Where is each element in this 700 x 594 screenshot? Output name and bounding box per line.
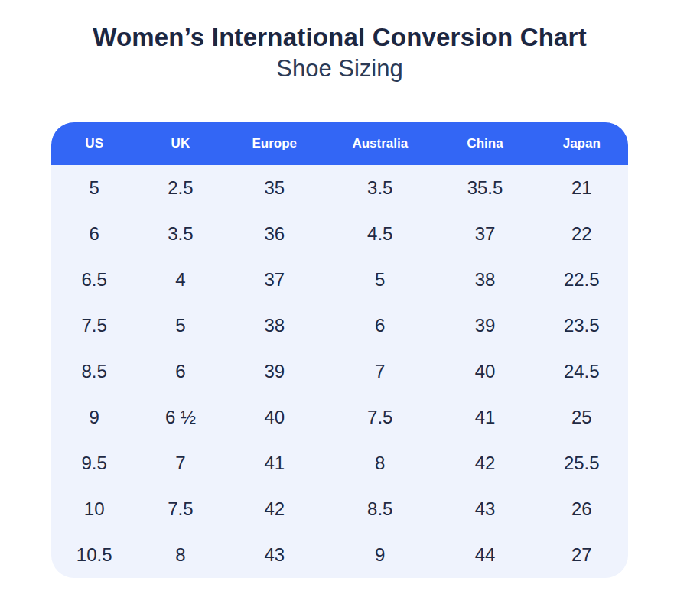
page-title: Women’s International Conversion Chart <box>51 21 628 54</box>
table-cell: 42 <box>435 453 535 474</box>
table-cell: 3.5 <box>137 223 223 245</box>
table-cell: 40 <box>435 361 535 382</box>
table-cell: 10.5 <box>51 544 137 566</box>
header-cell-us: US <box>51 136 137 151</box>
table-cell: 8.5 <box>325 498 435 520</box>
table-body: 52.5353.535.52163.5364.537226.543753822.… <box>51 165 628 578</box>
table-cell: 41 <box>435 407 535 428</box>
table-cell: 37 <box>223 269 325 291</box>
page-subtitle: Shoe Sizing <box>51 54 628 84</box>
table-cell: 6.5 <box>51 269 137 291</box>
table-cell: 6 <box>51 223 137 245</box>
table-row: 8.563974024.5 <box>51 349 628 394</box>
table-cell: 4.5 <box>325 223 435 245</box>
header-cell-europe: Europe <box>223 136 325 151</box>
table-cell: 7.5 <box>325 407 435 428</box>
table-row: 63.5364.53722 <box>51 211 628 257</box>
header-cell-china: China <box>435 136 535 151</box>
table-cell: 7.5 <box>137 498 223 520</box>
table-row: 52.5353.535.521 <box>51 165 628 211</box>
table-cell: 24.5 <box>536 361 628 382</box>
table-cell: 5 <box>325 269 435 291</box>
table-cell: 35.5 <box>435 177 535 199</box>
header-cell-australia: Australia <box>325 136 435 151</box>
table-cell: 22.5 <box>536 269 628 291</box>
table-cell: 27 <box>536 544 628 566</box>
table-header-row: US UK Europe Australia China Japan <box>51 122 628 165</box>
title-block: Women’s International Conversion Chart S… <box>51 21 628 84</box>
table-cell: 42 <box>223 498 325 520</box>
table-cell: 4 <box>137 269 223 291</box>
table-cell: 6 <box>137 361 223 382</box>
table-row: 96 ½407.54125 <box>51 394 628 440</box>
table-row: 9.574184225.5 <box>51 440 628 486</box>
table-cell: 7 <box>137 453 223 474</box>
table-cell: 23.5 <box>536 315 628 336</box>
table-cell: 5 <box>137 315 223 336</box>
table-cell: 39 <box>223 361 325 382</box>
table-cell: 9 <box>325 544 435 566</box>
table-row: 7.553863923.5 <box>51 303 628 349</box>
table-cell: 2.5 <box>137 177 223 199</box>
table-row: 6.543753822.5 <box>51 257 628 303</box>
table-cell: 38 <box>435 269 535 291</box>
page: Women’s International Conversion Chart S… <box>0 0 700 594</box>
table-cell: 6 <box>325 315 435 336</box>
table-cell: 7.5 <box>51 315 137 336</box>
table-row: 107.5428.54326 <box>51 486 628 532</box>
header-cell-japan: Japan <box>536 136 628 151</box>
table-cell: 10 <box>51 498 137 520</box>
table-cell: 43 <box>435 498 535 520</box>
table-cell: 25 <box>536 407 628 428</box>
table-cell: 22 <box>536 223 628 245</box>
table-cell: 35 <box>223 177 325 199</box>
conversion-table: US UK Europe Australia China Japan 52.53… <box>51 122 628 578</box>
table-cell: 44 <box>435 544 535 566</box>
table-cell: 38 <box>223 315 325 336</box>
table-cell: 3.5 <box>325 177 435 199</box>
table-cell: 40 <box>223 407 325 428</box>
table-cell: 25.5 <box>536 453 628 474</box>
table-cell: 9.5 <box>51 453 137 474</box>
table-cell: 8 <box>325 453 435 474</box>
table-cell: 39 <box>435 315 535 336</box>
table-cell: 8 <box>137 544 223 566</box>
table-cell: 36 <box>223 223 325 245</box>
table-row: 10.584394427 <box>51 532 628 578</box>
table-cell: 8.5 <box>51 361 137 382</box>
table-cell: 37 <box>435 223 535 245</box>
table-cell: 7 <box>325 361 435 382</box>
table-cell: 41 <box>223 453 325 474</box>
table-cell: 21 <box>536 177 628 199</box>
header-cell-uk: UK <box>137 136 223 151</box>
table-cell: 9 <box>51 407 137 428</box>
table-cell: 5 <box>51 177 137 199</box>
table-cell: 26 <box>536 498 628 520</box>
table-cell: 6 ½ <box>137 407 223 428</box>
table-cell: 43 <box>223 544 325 566</box>
